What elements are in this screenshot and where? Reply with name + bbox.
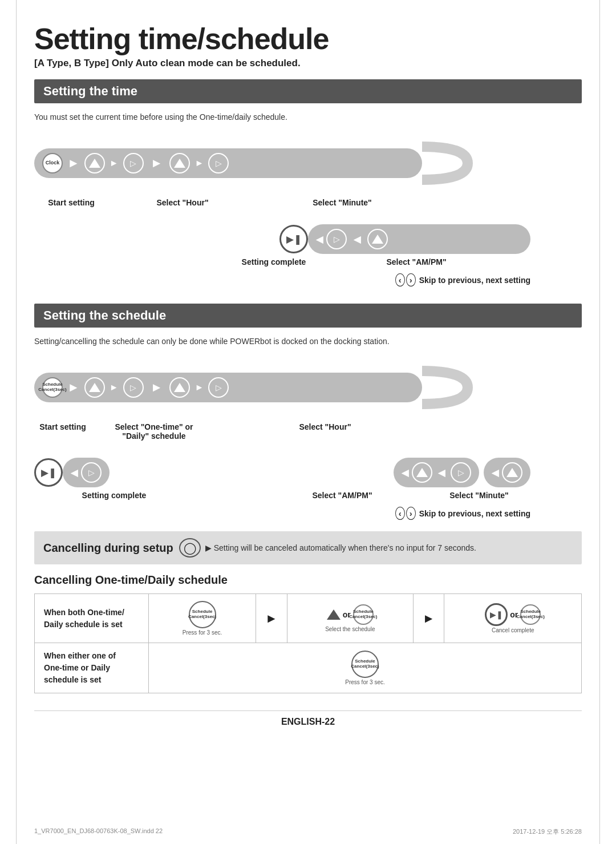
prev-btn-sl: ▷: [81, 462, 102, 483]
skip-note-2: ‹ › Skip to previous, next setting: [34, 504, 582, 520]
time-top-track: Clock ► ► ▷ ► ►: [34, 148, 422, 178]
next-btn-s1: ▷: [123, 377, 144, 398]
section1-desc: You must set the current time before usi…: [34, 112, 582, 122]
label-s-start: Start setting: [34, 422, 91, 441]
row2-label: When either one ofOne-time or Dailysched…: [35, 643, 149, 693]
section2-desc: Setting/cancelling the schedule can only…: [34, 337, 582, 346]
label-s-hour: Select "Hour": [274, 422, 376, 441]
label-select-minute: Select "Minute": [285, 198, 399, 207]
power-icon: ◯: [179, 538, 201, 558]
page-subtitle: [A Type, B Type] Only Auto clean mode ca…: [34, 58, 582, 69]
label-s-minute: Select "Minute": [428, 491, 530, 500]
next-btn-s2: ▷: [208, 377, 229, 398]
row1-step2-label: Select the schedule: [325, 626, 375, 632]
page-title: Setting time/schedule: [34, 23, 582, 55]
up-tri-icon: [327, 609, 341, 620]
next-btn-sm: ▷: [451, 462, 471, 483]
play-pause-button: ▶❚: [279, 225, 308, 253]
label-s-ampm: Select "AM/PM": [291, 491, 394, 500]
schedule-diagram: ScheduleCancel(3sec) ► ► ▷ ► ► ▷: [34, 356, 582, 520]
up-btn-sm: [412, 462, 432, 483]
curve-connector-s1: [422, 356, 473, 419]
section2-header: Setting the schedule: [34, 304, 582, 328]
label-select-hour: Select "Hour": [125, 198, 240, 207]
play-pause-s: ▶❚: [34, 458, 63, 487]
table-row-1: When both One-time/Daily schedule is set…: [35, 594, 582, 643]
row1-step3: ▶❚ or ScheduleCancel(3sec) Cancel comple…: [444, 594, 582, 643]
schedule-top-track: ScheduleCancel(3sec) ► ► ▷ ► ► ▷: [34, 373, 422, 402]
cancel-setup-text: ▶ Setting will be canceled automatically…: [205, 543, 476, 552]
page-footer: ENGLISH-22: [34, 710, 582, 727]
schedule-bottom-mid: ◀ ◀ ▷: [394, 458, 479, 487]
up-btn-s2: [169, 377, 190, 398]
doc-footer-left: 1_VR7000_EN_DJ68-00763K-08_SW.indd 22: [34, 827, 163, 836]
time-top-labels: Start setting Select "Hour" Select "Minu…: [34, 198, 582, 207]
time-bottom-track: ◀ ▷ ◀: [308, 224, 530, 254]
play-pause-cancel: ▶❚: [485, 603, 508, 626]
doc-footer-right: 2017-12-19 오후 5:26:28: [513, 827, 582, 836]
prev-button-1: ▷: [326, 229, 347, 249]
skip-label-2: Skip to previous, next setting: [419, 509, 530, 518]
next-button-2: ▷: [208, 153, 229, 173]
label-s-complete: Setting complete: [68, 491, 160, 500]
row2-step: ScheduleCancel(3sec) Press for 3 sec.: [149, 643, 582, 693]
arrow-cell-1: ►: [256, 594, 287, 643]
schedule-button-top: ScheduleCancel(3sec): [42, 377, 63, 398]
label-setting-complete: Setting complete: [228, 257, 319, 266]
label-s-onetime: Select "One-time" or"Daily" schedule: [103, 422, 205, 441]
row2-step-label: Press for 3 sec.: [345, 679, 384, 685]
schedule-bottom-row: ▶❚ ◀ ▷ ◀: [34, 458, 582, 487]
up-btn-s1: [84, 377, 105, 398]
curve-connector-1: [422, 132, 473, 195]
label-select-ampm: Select "AM/PM": [354, 257, 479, 266]
clock-button: Clock: [42, 153, 63, 173]
next-button-1: ▷: [123, 153, 144, 173]
up-btn-sr: [502, 462, 522, 483]
arrow-cell-2: ►: [413, 594, 444, 643]
table-row-2: When either one ofOne-time or Dailysched…: [35, 643, 582, 693]
up-button-2: [169, 153, 190, 173]
label-start-setting: Start setting: [34, 198, 108, 207]
row1-step1: ScheduleCancel(3sec) Press for 3 sec.: [149, 594, 256, 643]
time-diagram: Clock ► ► ▷ ► ►: [34, 132, 582, 286]
row1-step2: or ScheduleCancel(3sec) Select the sched…: [287, 594, 413, 643]
skip-note-1: ‹ › Skip to previous, next setting: [34, 271, 582, 286]
section1-header: Setting the time: [34, 79, 582, 103]
schedule-bottom-right: ◀: [484, 458, 530, 487]
up-button-3: [367, 229, 388, 249]
row1-step3-label: Cancel complete: [485, 627, 541, 633]
cancel-setup-title: Cancelling during setup: [43, 542, 173, 555]
cancel-table: When both One-time/Daily schedule is set…: [34, 593, 582, 693]
row1-step1-label: Press for 3 sec.: [183, 629, 222, 636]
up-button-1: [84, 153, 105, 173]
skip-label-1: Skip to previous, next setting: [419, 276, 530, 285]
cancel-setup-section: Cancelling during setup ◯ ▶ Setting will…: [34, 531, 582, 564]
schedule-top-labels: Start setting Select "One-time" or"Daily…: [34, 422, 582, 441]
row1-label: When both One-time/Daily schedule is set: [35, 594, 149, 643]
time-bottom-row: ▶❚ ◀ ▷ ◀: [34, 224, 582, 254]
cancel-onetime-title: Cancelling One-time/Daily schedule: [34, 574, 582, 587]
schedule-bottom-labels: Setting complete Select "AM/PM" Select "…: [34, 491, 582, 500]
schedule-bottom-left: ◀ ▷: [63, 458, 110, 487]
doc-footer: 1_VR7000_EN_DJ68-00763K-08_SW.indd 22 20…: [34, 827, 582, 836]
time-bottom-labels: Setting complete Select "AM/PM": [34, 257, 582, 266]
